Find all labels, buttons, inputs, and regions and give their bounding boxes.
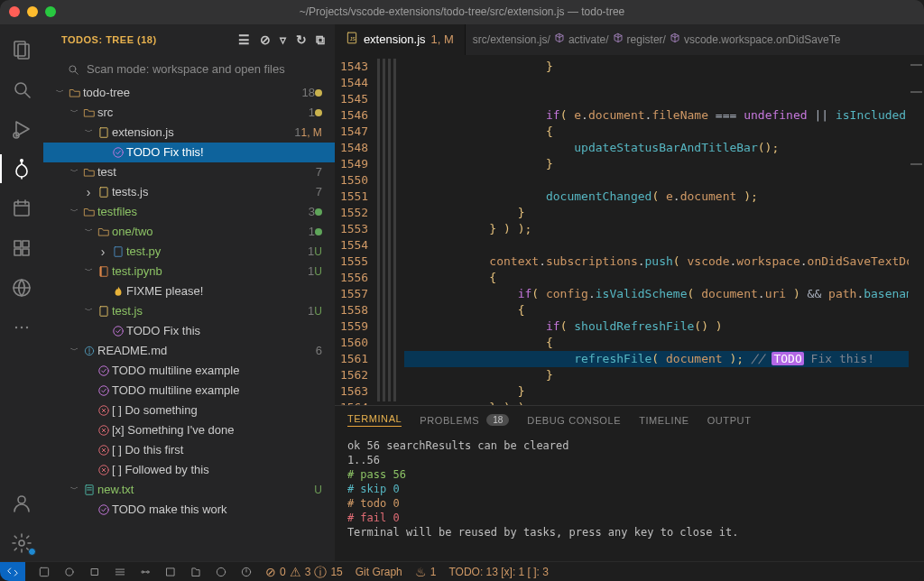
minimap[interactable] (909, 55, 924, 405)
chevron-icon[interactable]: › (81, 185, 96, 199)
tree-node[interactable]: ﹀README.md6 (43, 341, 335, 361)
todo-item[interactable]: [ ] Followed by this (43, 460, 335, 480)
calendar-icon[interactable] (0, 190, 43, 226)
terminal-line: # todo 0 (347, 496, 911, 511)
status-icon[interactable] (88, 566, 101, 578)
status-icon[interactable] (38, 566, 51, 578)
tree-node[interactable]: ›tests.js7 (43, 182, 335, 202)
status-badge: U (314, 245, 322, 258)
status-icon[interactable] (164, 566, 177, 578)
tree-node[interactable]: ﹀new.txtU (43, 480, 335, 500)
status-badge (315, 87, 322, 99)
panel-tab-debug[interactable]: DEBUG CONSOLE (527, 415, 621, 426)
todo-item[interactable]: [ ] Do this first (43, 440, 335, 460)
filter-icon[interactable]: ▿ (280, 33, 287, 46)
todo-item[interactable]: TODO multiline example (43, 361, 335, 381)
list-view-icon[interactable]: ☰ (238, 33, 251, 46)
maximise-window-button[interactable] (45, 6, 56, 17)
editor[interactable]: 1543154415451546154715481549155015511552… (335, 55, 924, 405)
window-controls (9, 6, 56, 17)
svg-point-2 (15, 83, 26, 94)
chevron-icon[interactable]: ﹀ (52, 87, 67, 98)
scan-mode-row[interactable]: Scan mode: workspace and open files (43, 56, 335, 83)
tree-label: todo-tree (83, 86, 296, 99)
account-icon[interactable] (0, 485, 43, 521)
minimise-window-button[interactable] (27, 6, 38, 17)
status-icon[interactable] (63, 566, 76, 578)
todo-item[interactable]: TODO Fix this! (43, 143, 335, 162)
chevron-icon[interactable]: ﹀ (67, 484, 81, 495)
status-icon[interactable] (114, 566, 126, 578)
tag-icon[interactable]: ⊘ (260, 33, 272, 46)
status-badge: U (314, 305, 322, 318)
status-badge: 1, M (301, 126, 322, 139)
remote-indicator[interactable] (0, 562, 25, 582)
count-badge: 7 (316, 185, 322, 198)
tree-label: testfiles (97, 205, 303, 218)
chevron-icon[interactable]: ﹀ (67, 106, 81, 118)
settings-gear-icon[interactable] (0, 525, 43, 561)
breadcrumb-segment[interactable]: vscode.workspace.onDidSaveTe (670, 32, 840, 46)
code-area[interactable]: } if( e.document.fileName === undefined … (404, 55, 909, 405)
breadcrumb-segment[interactable]: register/ (613, 32, 666, 46)
tree-node[interactable]: ﹀one/two1 (43, 222, 335, 242)
terminal-line: 1..56 (347, 453, 911, 467)
todo-item[interactable]: TODO multiline example (43, 381, 335, 401)
breadcrumb-segment[interactable]: activate/ (554, 32, 609, 46)
chevron-icon[interactable]: ﹀ (67, 166, 81, 178)
git-graph[interactable]: Git Graph (356, 566, 402, 578)
todo-item[interactable]: FIXME please! (43, 281, 335, 301)
flame-count[interactable]: ♨1 (415, 566, 437, 578)
todo-tree-icon[interactable] (0, 151, 43, 187)
tree-node[interactable]: ﹀src1 (43, 103, 335, 123)
run-debug-icon[interactable] (0, 111, 43, 147)
chevron-icon[interactable]: ﹀ (81, 126, 96, 138)
svg-rect-7 (14, 202, 29, 216)
svg-rect-29 (100, 307, 107, 317)
explorer-icon[interactable] (0, 32, 43, 68)
chevron-icon[interactable]: ﹀ (81, 265, 96, 277)
tree-node[interactable]: ﹀testfiles3 (43, 202, 335, 222)
symbol-icon (670, 32, 680, 46)
chevron-icon[interactable]: ﹀ (81, 226, 96, 237)
panel-tab-output[interactable]: OUTPUT (707, 415, 752, 426)
refresh-icon[interactable]: ↻ (296, 33, 308, 46)
todo-item[interactable]: TODO make this work (43, 500, 335, 520)
extensions-icon[interactable] (0, 230, 43, 266)
chevron-icon[interactable]: ﹀ (67, 345, 81, 356)
status-icon[interactable] (189, 566, 202, 578)
tree-node[interactable]: ﹀test.ipynb1U (43, 262, 335, 281)
chevron-icon[interactable]: › (96, 244, 110, 259)
todo-status[interactable]: TODO: 13 [x]: 1 [ ]: 3 (448, 566, 548, 578)
status-icon[interactable] (215, 566, 227, 578)
breadcrumb[interactable]: src/extension.js/activate/register/vscod… (466, 24, 848, 55)
panel-tab-terminal[interactable]: TERMINAL (347, 413, 402, 427)
tab-extension-js[interactable]: JS extension.js 1, M (335, 24, 466, 55)
globe-icon[interactable] (0, 270, 43, 306)
todo-item[interactable]: [ ] Do something (43, 401, 335, 420)
todo-item[interactable]: TODO Fix this (43, 321, 335, 341)
main-area: TODOS: TREE (18) ☰ ⊘ ▿ ↻ ⧉ Scan mode: wo… (0, 24, 924, 561)
chevron-icon[interactable]: ﹀ (67, 206, 81, 217)
collapse-all-icon[interactable]: ⧉ (316, 33, 326, 46)
terminal[interactable]: ok 56 searchResults can be cleared1..56#… (335, 435, 924, 561)
todo-item[interactable]: [x] Something I've done (43, 420, 335, 440)
tree-node[interactable]: ﹀test7 (43, 162, 335, 182)
tree-node[interactable]: ﹀todo-tree18 (43, 83, 335, 103)
chevron-icon[interactable]: ﹀ (81, 305, 96, 317)
diagnostics[interactable]: ⊘0 ⚠3 ⓘ15 (265, 566, 343, 578)
search-icon[interactable] (0, 71, 43, 107)
more-icon[interactable] (0, 309, 43, 346)
status-icon[interactable] (139, 566, 152, 578)
svg-point-35 (99, 386, 109, 396)
panel-tab-problems[interactable]: PROBLEMS (420, 415, 479, 426)
tree-node[interactable]: ›test.py1U (43, 242, 335, 262)
tree-label: new.txt (97, 483, 314, 496)
breadcrumb-segment[interactable]: src/extension.js/ (473, 33, 550, 46)
close-window-button[interactable] (9, 6, 20, 17)
tree-node[interactable]: ﹀test.js1U (43, 301, 335, 321)
status-icon[interactable] (240, 566, 253, 578)
panel-tab-timeline[interactable]: TIMELINE (639, 415, 689, 426)
svg-rect-23 (100, 128, 107, 138)
tree-node[interactable]: ﹀extension.js11, M (43, 123, 335, 143)
